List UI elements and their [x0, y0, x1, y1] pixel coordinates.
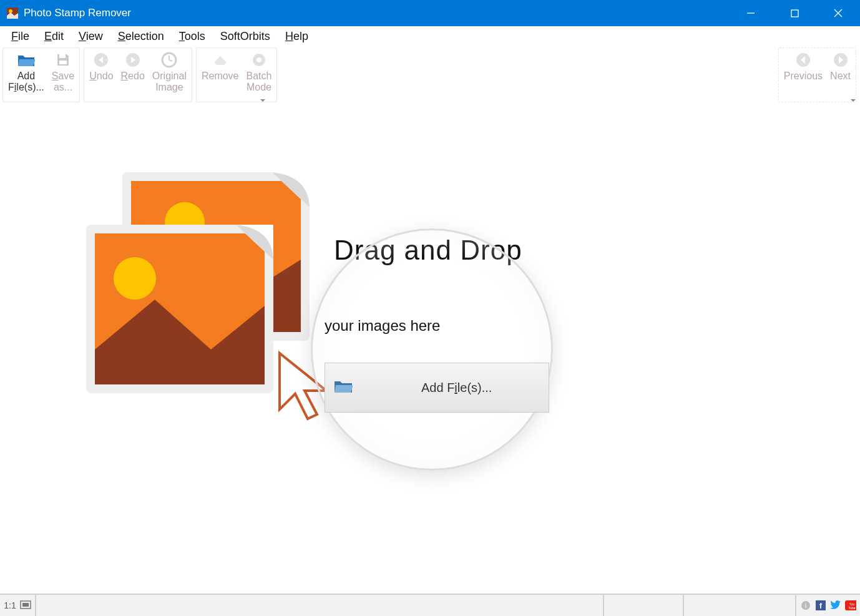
- status-cell-2: [684, 595, 796, 616]
- menu-edit[interactable]: Edit: [37, 27, 71, 46]
- menu-tools[interactable]: Tools: [172, 27, 213, 46]
- svg-rect-7: [59, 61, 67, 64]
- menu-view[interactable]: View: [71, 27, 110, 46]
- redo-label: Redo: [121, 71, 145, 82]
- youtube-icon[interactable]: YouTube: [845, 600, 856, 611]
- original-image-label: Original Image: [152, 71, 187, 94]
- next-label: Next: [830, 71, 851, 82]
- magnifier-graphic: [311, 228, 553, 471]
- menubar: File Edit View Selection Tools SoftOrbit…: [0, 26, 860, 46]
- add-files-center-button[interactable]: Add File(s)...: [325, 363, 549, 413]
- svg-text:i: i: [805, 602, 806, 609]
- maximize-button[interactable]: [773, 0, 816, 26]
- status-social: i f YouTube: [796, 595, 860, 616]
- minimize-button[interactable]: [729, 0, 773, 26]
- original-image-button[interactable]: Original Image: [149, 49, 190, 100]
- save-as-button[interactable]: Saveas...: [48, 49, 78, 100]
- save-as-label: Saveas...: [52, 71, 74, 94]
- canvas-area[interactable]: Drag and Drop your images here Add File(…: [0, 104, 860, 553]
- toolbar-group-file: AddFile(s)... Saveas...: [2, 47, 80, 102]
- remove-label: Remove: [202, 71, 239, 82]
- window-controls: [729, 0, 860, 26]
- undo-label: Undo: [89, 71, 113, 82]
- remove-button[interactable]: Remove: [198, 49, 243, 100]
- folder-open-icon: [17, 51, 35, 69]
- svg-point-14: [257, 57, 261, 62]
- eraser-icon: [212, 51, 229, 69]
- toolbar-group-action: Remove Batch Mode: [196, 47, 278, 102]
- previous-label: Previous: [784, 71, 823, 82]
- twitter-icon[interactable]: [830, 600, 841, 611]
- svg-rect-24: [22, 603, 29, 607]
- svg-text:Tube: Tube: [848, 606, 855, 610]
- statusbar: 1:1 i f YouTube: [0, 594, 860, 616]
- add-files-label: AddFile(s)...: [8, 71, 44, 94]
- toolbar-group-history: Undo Redo Original Image: [84, 47, 192, 102]
- close-button[interactable]: [816, 0, 860, 26]
- save-icon: [56, 51, 71, 69]
- add-files-center-label: Add File(s)...: [421, 381, 492, 395]
- svg-rect-6: [59, 54, 66, 58]
- previous-button[interactable]: Previous: [780, 49, 826, 100]
- previous-icon: [795, 51, 811, 69]
- fit-icon: [20, 600, 31, 611]
- undo-button[interactable]: Undo: [86, 49, 117, 100]
- toolbar-overflow-left-icon[interactable]: [260, 95, 266, 101]
- folder-icon: [334, 379, 353, 397]
- menu-softorbits[interactable]: SoftOrbits: [213, 27, 278, 46]
- app-icon: [6, 7, 19, 19]
- zoom-indicator[interactable]: 1:1: [0, 595, 36, 616]
- status-cell-1: [604, 595, 684, 616]
- svg-rect-3: [791, 10, 798, 17]
- toolbar: AddFile(s)... Saveas... Undo Redo Ori: [0, 46, 860, 104]
- redo-button[interactable]: Redo: [117, 49, 149, 100]
- svg-point-22: [114, 257, 156, 300]
- info-icon[interactable]: i: [800, 600, 811, 611]
- undo-icon: [93, 51, 109, 69]
- svg-line-12: [169, 60, 172, 61]
- toolbar-group-nav: Previous Next: [778, 47, 856, 102]
- history-icon: [161, 51, 177, 69]
- menu-selection[interactable]: Selection: [110, 27, 172, 46]
- menu-help[interactable]: Help: [278, 27, 316, 46]
- gear-icon: [252, 51, 266, 69]
- drag-drop-subtitle: your images here: [325, 317, 440, 335]
- status-main: [36, 595, 604, 616]
- toolbar-overflow-right-icon[interactable]: [850, 95, 856, 101]
- redo-icon: [125, 51, 141, 69]
- titlebar: Photo Stamp Remover: [0, 0, 860, 26]
- window-title: Photo Stamp Remover: [24, 7, 729, 19]
- next-icon: [833, 51, 849, 69]
- batch-mode-button[interactable]: Batch Mode: [243, 49, 276, 100]
- facebook-icon[interactable]: f: [815, 600, 826, 611]
- zoom-label: 1:1: [4, 600, 16, 610]
- menu-file[interactable]: File: [4, 27, 37, 46]
- next-button[interactable]: Next: [826, 49, 854, 100]
- add-files-button[interactable]: AddFile(s)...: [4, 49, 48, 100]
- batch-mode-label: Batch Mode: [247, 71, 272, 94]
